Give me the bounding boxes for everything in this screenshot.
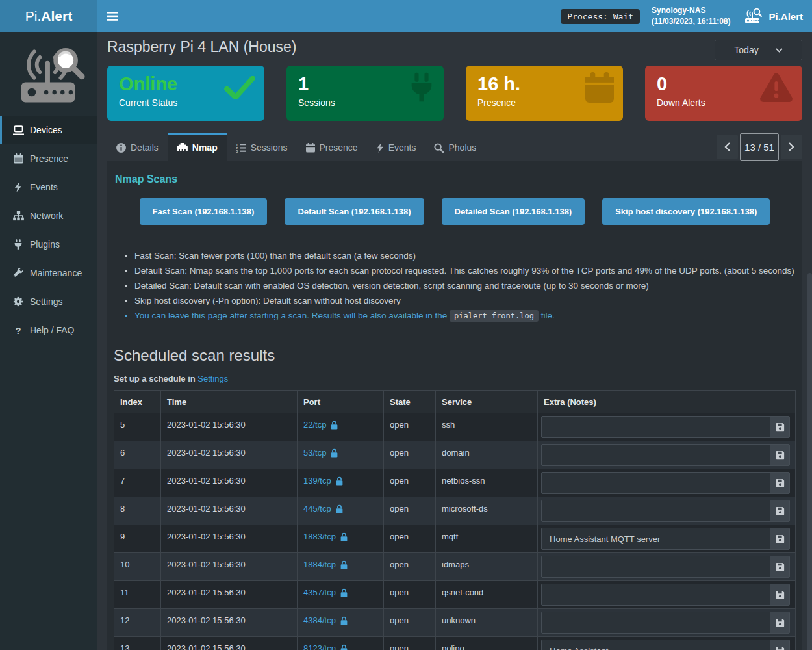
default-scan-button[interactable]: Default Scan (192.168.1.138) — [285, 198, 424, 225]
period-select[interactable]: Today — [715, 40, 802, 60]
app-logo[interactable]: Pi.Alert — [0, 0, 97, 32]
brand-prefix: Pi. — [25, 8, 42, 24]
sidebar-item-help[interactable]: ? Help / FAQ — [0, 316, 97, 344]
port-label: 445/tcp — [303, 504, 331, 514]
port-link[interactable]: 4384/tcp — [303, 616, 348, 625]
save-note-button[interactable] — [770, 612, 789, 633]
tab-presence[interactable]: Presence — [297, 135, 367, 161]
port-link[interactable]: 445/tcp — [303, 504, 344, 514]
status-card-current-status[interactable]: Online Current Status — [107, 66, 264, 121]
cell-time: 2023-01-02 15:56:30 — [161, 609, 298, 637]
search-icon — [434, 143, 444, 153]
port-link[interactable]: 1884/tcp — [303, 560, 348, 569]
note-input[interactable] — [542, 556, 770, 577]
sidebar-item-presence[interactable]: Presence — [0, 144, 97, 173]
page-title: Raspberry Pi 4 LAN (House) — [107, 38, 296, 56]
sidebar-item-devices[interactable]: Devices — [0, 116, 97, 144]
cell-index: 8 — [114, 497, 161, 525]
sidebar-item-maintenance[interactable]: Maintenance — [0, 259, 97, 287]
sidebar-item-label: Network — [30, 211, 63, 221]
tab-nmap[interactable]: Nmap — [168, 133, 227, 161]
skip-host-discovery-button[interactable]: Skip host discovery (192.168.1.138) — [602, 198, 770, 225]
note-input[interactable] — [542, 612, 770, 633]
cell-index: 5 — [114, 413, 161, 441]
detailed-scan-button[interactable]: Detailed Scan (192.168.1.138) — [442, 198, 585, 225]
cell-index: 7 — [114, 469, 161, 497]
save-note-button[interactable] — [770, 417, 789, 437]
note-input[interactable] — [542, 445, 770, 465]
sidebar-item-events[interactable]: Events — [0, 173, 97, 202]
cell-index: 11 — [114, 581, 161, 609]
sidebar-toggle-button[interactable] — [97, 0, 127, 32]
cell-time: 2023-01-02 15:56:30 — [161, 441, 298, 469]
port-link[interactable]: 53/tcp — [303, 448, 338, 458]
scheduled-results-heading: Scheduled scan results — [114, 346, 796, 365]
table-row: 8 2023-01-02 15:56:30 445/tcp open micro… — [114, 497, 796, 525]
table-row: 7 2023-01-02 15:56:30 139/tcp open netbi… — [114, 469, 796, 497]
status-card-sessions[interactable]: 1 Sessions — [286, 66, 444, 121]
settings-link[interactable]: Settings — [197, 374, 228, 384]
floppy-save-icon — [776, 590, 785, 599]
next-device-button[interactable] — [781, 135, 802, 159]
chevron-left-icon — [724, 142, 730, 151]
save-note-button[interactable] — [770, 445, 789, 465]
tab-sessions[interactable]: 123 Sessions — [227, 135, 297, 161]
lock-icon — [340, 616, 348, 625]
chevron-right-icon — [789, 142, 794, 151]
status-cards: Online Current Status 1 Sessions 16 h. P… — [107, 66, 802, 121]
save-note-button[interactable] — [770, 473, 789, 493]
page-scrollbar[interactable] — [807, 273, 812, 650]
sidebar-item-label: Events — [30, 182, 58, 192]
note-input[interactable] — [542, 473, 770, 493]
navbar-brand-right[interactable]: Pi.Alert — [742, 8, 803, 25]
log-hint-text: You can leave this page after starting a… — [134, 311, 447, 320]
note-input[interactable] — [542, 500, 770, 521]
tab-events[interactable]: Events — [367, 135, 425, 161]
info-circle-icon — [116, 143, 126, 153]
note-input[interactable] — [542, 417, 770, 437]
scan-note-log-hint: You can leave this page after starting a… — [134, 311, 796, 320]
port-label: 4384/tcp — [303, 616, 336, 625]
navbar-brand-right-label: Pi.Alert — [768, 11, 803, 22]
lock-icon — [340, 560, 348, 569]
status-card-down-alerts[interactable]: 0 Down Alerts — [645, 66, 802, 121]
status-card-presence[interactable]: 16 h. Presence — [466, 66, 623, 121]
prev-device-button[interactable] — [717, 135, 738, 159]
save-note-button[interactable] — [770, 528, 789, 549]
sidebar-item-plugins[interactable]: Plugins — [0, 230, 97, 259]
tab-pholus[interactable]: Pholus — [425, 135, 485, 161]
floppy-save-icon — [776, 646, 785, 650]
device-page-indicator: 13 / 51 — [740, 133, 779, 161]
sidebar-item-settings[interactable]: Settings — [0, 287, 97, 316]
scan-note: Skip host discovery (-Pn option): Defaul… — [134, 296, 796, 306]
save-note-button[interactable] — [770, 584, 789, 605]
device-pager: 13 / 51 — [717, 133, 802, 161]
save-note-button[interactable] — [770, 556, 789, 577]
port-link[interactable]: 1883/tcp — [303, 532, 348, 541]
col-header-state: State — [384, 391, 436, 413]
sidebar-item-label: Devices — [30, 125, 62, 135]
note-input[interactable] — [542, 528, 770, 549]
pialert-router-logo — [0, 32, 97, 116]
save-note-button[interactable] — [770, 640, 789, 650]
cell-state: open — [384, 553, 436, 581]
schedule-hint-text: Set up a schedule in — [114, 374, 196, 384]
device-tabs: Details Nmap 123 Sessions Presence — [107, 135, 802, 161]
ethernet-icon — [177, 143, 188, 152]
cell-state: open — [384, 497, 436, 525]
port-link[interactable]: 8123/tcp — [303, 644, 348, 650]
save-note-button[interactable] — [770, 500, 789, 521]
fast-scan-button[interactable]: Fast Scan (192.168.1.138) — [140, 198, 268, 225]
port-label: 22/tcp — [303, 420, 326, 430]
cell-state: open — [384, 441, 436, 469]
port-link[interactable]: 22/tcp — [303, 420, 338, 430]
tab-details[interactable]: Details — [107, 135, 168, 161]
port-link[interactable]: 139/tcp — [303, 476, 344, 486]
main-content: Raspberry Pi 4 LAN (House) Today Online … — [97, 32, 812, 650]
sidebar-item-network[interactable]: Network — [0, 202, 97, 230]
tab-label: Details — [131, 142, 159, 153]
note-input[interactable] — [542, 640, 770, 650]
cell-index: 12 — [114, 609, 161, 637]
port-link[interactable]: 4357/tcp — [303, 588, 348, 597]
note-input[interactable] — [542, 584, 770, 605]
